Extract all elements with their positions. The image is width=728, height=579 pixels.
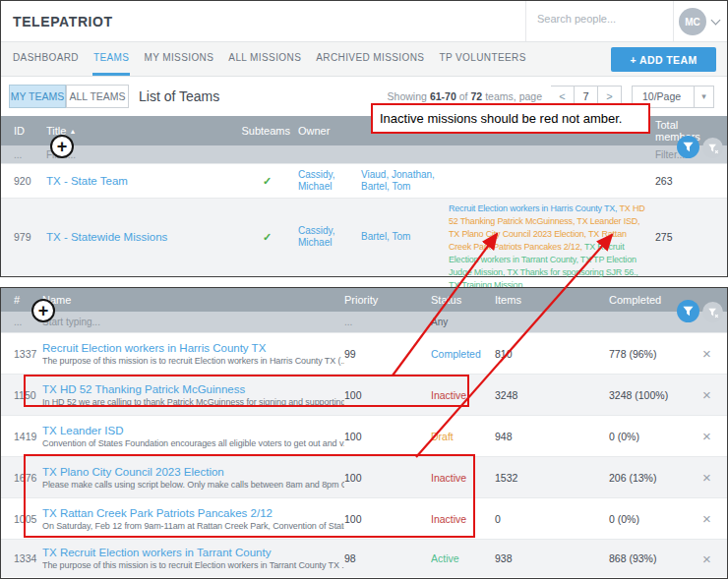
mission-link[interactable]: Recruit Election workers in Harris Count… (449, 203, 617, 213)
nav-item-tp-volunteers[interactable]: TP VOLUNTEERS (438, 42, 526, 76)
mission-link[interactable]: TX Plano City Council 2023 Election, (449, 229, 586, 239)
team-id: 979 (14, 231, 46, 243)
telepatriot-app: TELEPATRIOT MC DASHBOARD TEAMS MY MISSIO… (0, 0, 728, 579)
mission-title-link[interactable]: TX Plano City Council 2023 Election (42, 465, 344, 479)
mission-items: 810 (495, 348, 609, 360)
main-nav: DASHBOARD TEAMS MY MISSIONS ALL MISSIONS… (1, 42, 727, 77)
mission-name-cell: TX Recruit Election workers in Tarrant C… (42, 546, 344, 571)
col-header-owner[interactable]: Owner (294, 125, 357, 137)
mission-description: Convention of States Foundation encourag… (42, 437, 344, 449)
team-owner-link[interactable]: Cassidy, Michael (294, 225, 357, 249)
team-owner-link[interactable]: Cassidy, Michael (294, 169, 357, 193)
mission-link[interactable]: TX Leander ISD, (575, 216, 639, 226)
nav-item-my-missions[interactable]: MY MISSIONS (143, 42, 214, 76)
mission-description: The purpose of this mission is to recrui… (42, 355, 344, 367)
apply-filter-icon[interactable] (677, 136, 699, 158)
nav-item-teams[interactable]: TEAMS (92, 42, 130, 76)
missions-table-header: # Name Priority Status Items Completed (1, 288, 727, 312)
close-icon[interactable]: × (695, 429, 727, 443)
missions-panel: # Name Priority Status Items Completed .… (0, 287, 728, 579)
team-leaders-link[interactable]: Bartel, Tom (357, 231, 444, 243)
close-icon[interactable]: × (695, 346, 727, 361)
nav-item-dashboard[interactable]: DASHBOARD (12, 42, 80, 76)
mission-row-1150[interactable]: 1150 TX HD 52 Thanking Patrick McGuinnes… (1, 374, 727, 415)
mission-id: 1676 (14, 472, 42, 484)
clear-filter-icon[interactable] (702, 138, 723, 158)
mission-completed: 206 (13%) (609, 472, 695, 484)
apply-filter-icon[interactable] (677, 300, 699, 322)
team-title-link[interactable]: TX - Statewide Missions (46, 231, 237, 243)
status-badge: Inactive (431, 472, 495, 484)
mission-completed: 0 (0%) (609, 431, 695, 442)
mission-items: 0 (495, 513, 609, 525)
status-badge: Completed (431, 348, 495, 360)
mission-name-cell: Recruit Election workers in Harris Count… (42, 341, 344, 367)
close-icon[interactable]: × (695, 551, 727, 566)
mission-name-cell: TX Rattan Creek Park Patriots Pancakes 2… (42, 506, 344, 532)
subteams-check-icon: ✓ (237, 231, 294, 244)
mission-title-link[interactable]: TX HD 52 Thanking Patrick McGuinness (42, 382, 344, 396)
mission-description: On Saturday, Feb 12 from 9am-11am at Rat… (42, 520, 344, 532)
mission-items: 938 (495, 552, 609, 564)
filter-status-select[interactable]: Any (431, 317, 495, 327)
mission-title-link[interactable]: Recruit Election workers in Harris Count… (42, 341, 344, 355)
col-header-id[interactable]: ID (14, 125, 46, 137)
mission-name-cell: TX Plano City Council 2023 Election Plea… (42, 465, 344, 491)
mission-completed: 778 (96%) (609, 348, 695, 360)
mission-row-1005[interactable]: 1005 TX Rattan Creek Park Patriots Panca… (1, 497, 727, 539)
mission-priority: 100 (344, 472, 431, 484)
plus-cursor-icon: + (31, 299, 55, 322)
mission-title-link[interactable]: TX Recruit Election workers in Tarrant C… (42, 546, 344, 559)
search-input[interactable] (537, 13, 660, 25)
team-title-link[interactable]: TX - State Team (46, 175, 237, 187)
close-icon[interactable]: × (695, 387, 727, 402)
mission-completed: 3248 (100%) (609, 389, 695, 401)
team-id: 920 (14, 175, 46, 187)
add-team-button[interactable]: + ADD TEAM (611, 47, 716, 72)
mission-link[interactable]: TX Thanks for sponsoring SJR 56., (505, 267, 637, 277)
team-row-979[interactable]: 979 TX - Statewide Missions ✓ Cassidy, M… (1, 198, 727, 275)
avatar[interactable]: MC (679, 8, 706, 35)
mission-description: Please make calls using script below. On… (42, 479, 344, 491)
mission-row-1334[interactable]: 1334 TX Recruit Election workers in Tarr… (1, 539, 727, 577)
team-leaders-link[interactable]: Viaud, Jonathan, Bartel, Tom (357, 169, 444, 193)
tab-my-teams[interactable]: MY TEAMS (9, 85, 66, 108)
page-size-value: 10/Page (633, 90, 694, 102)
pagination-summary: Showing 61-70 of 72 teams, page (388, 90, 542, 102)
mission-row-1419[interactable]: 1419 TX Leander ISD Convention of States… (1, 415, 727, 456)
mission-completed: 0 (0%) (609, 513, 695, 525)
col-header-name[interactable]: Name (42, 294, 344, 306)
chevron-down-icon[interactable] (711, 16, 721, 26)
clear-filter-icon[interactable] (702, 302, 723, 322)
plus-cursor-icon: + (50, 135, 74, 158)
col-header-priority[interactable]: Priority (344, 294, 431, 306)
filter-priority[interactable]: ... (344, 317, 431, 327)
team-members-count: 263 (650, 175, 727, 187)
close-icon[interactable]: × (695, 511, 727, 526)
header-divider (673, 1, 674, 41)
mission-id: 1150 (14, 389, 42, 401)
col-header-items[interactable]: Items (495, 294, 609, 306)
tab-all-teams[interactable]: ALL TEAMS (66, 85, 129, 108)
mission-description: In HD 52 we are calling to thank Patrick… (42, 396, 344, 408)
team-members-count: 275 (650, 231, 727, 243)
col-header-status[interactable]: Status (431, 294, 495, 306)
mission-items: 3248 (495, 389, 609, 401)
team-row-920[interactable]: 920 TX - State Team ✓ Cassidy, Michael V… (1, 163, 727, 198)
mission-row-1676[interactable]: 1676 TX Plano City Council 2023 Election… (1, 456, 727, 497)
mission-id: 1337 (14, 348, 42, 360)
mission-row-1337[interactable]: 1337 Recruit Election workers in Harris … (1, 332, 727, 374)
col-header-subteams[interactable]: Subteams (237, 125, 294, 137)
nav-item-archived-missions[interactable]: ARCHIVED MISSIONS (315, 42, 425, 76)
page-title: List of Teams (139, 88, 219, 104)
pagination-of-label: of (459, 90, 468, 102)
teams-filter-row: ... Filter... Filter... (1, 145, 727, 163)
mission-title-link[interactable]: TX Rattan Creek Park Patriots Pancakes 2… (42, 506, 344, 520)
filter-id[interactable]: ... (14, 149, 46, 160)
close-icon[interactable]: × (695, 470, 727, 485)
mission-title-link[interactable]: TX Leander ISD (42, 424, 344, 437)
filter-title[interactable]: Filter... (46, 149, 237, 160)
nav-item-all-missions[interactable]: ALL MISSIONS (227, 42, 302, 76)
filter-name[interactable]: Start typing... (42, 317, 344, 327)
col-header-title[interactable]: Title▲ (46, 125, 237, 137)
